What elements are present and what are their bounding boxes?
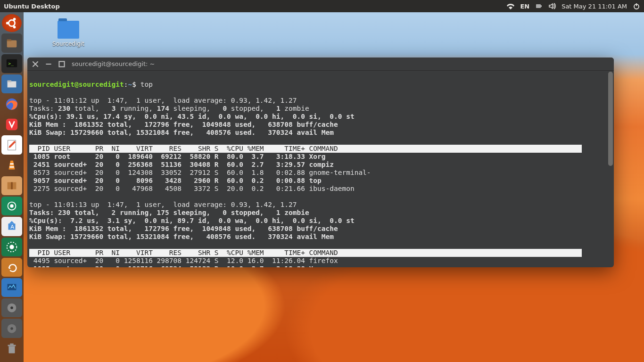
- svg-point-29: [10, 307, 13, 310]
- svg-point-4: [8, 20, 15, 26]
- svg-text:>_: >_: [8, 61, 14, 66]
- top-tasks-2: Tasks: 230 total, 2 running, 175 sleepin…: [29, 209, 309, 216]
- svg-rect-0: [536, 4, 541, 8]
- svg-point-22: [10, 205, 14, 208]
- input-language-indicator[interactable]: EN: [520, 3, 529, 10]
- terminal-title: sourcedigit@sourcedigit: ~: [72, 60, 155, 67]
- power-icon[interactable]: [633, 2, 640, 10]
- table-row: 1085 root 20 0 189716 69524 59132 R 10.0…: [29, 265, 326, 267]
- table-row: 1085 root 20 0 189640 69212 58820 R 80.0…: [29, 153, 326, 160]
- svg-rect-18: [9, 166, 14, 168]
- table-row: 2451 sourced+ 20 0 256368 51136 30408 R …: [29, 161, 334, 168]
- prompt-userhost: sourcedigit@sourcedigit: [29, 81, 124, 88]
- software-center-icon[interactable]: A: [1, 217, 22, 236]
- updates-icon[interactable]: [1, 258, 22, 277]
- terminal-launcher-icon[interactable]: >_: [1, 54, 22, 73]
- svg-text:A: A: [10, 224, 14, 230]
- svg-rect-8: [7, 40, 17, 47]
- vlc-icon[interactable]: [1, 156, 22, 175]
- ubuntu-dash-icon[interactable]: [2, 14, 22, 32]
- archive-icon[interactable]: [1, 176, 22, 195]
- top-cpu-2: %Cpu(s): 7.2 us, 3.1 sy, 0.0 ni, 89.7 id…: [29, 217, 355, 224]
- svg-point-25: [9, 245, 14, 249]
- svg-rect-33: [8, 345, 16, 346]
- tasks-zombie-1: 1: [276, 105, 281, 112]
- top-columns-header-2: PID USER PR NI VIRT RES SHR S %CPU %MEM …: [29, 249, 582, 257]
- svg-point-5: [6, 22, 9, 25]
- prompt-colon: :: [124, 81, 128, 88]
- terminal-window: sourcedigit@sourcedigit: ~ sourcedigit@s…: [27, 58, 614, 267]
- tasks-sleeping-1: 174: [157, 105, 169, 112]
- nautilus-icon[interactable]: [1, 74, 22, 93]
- launcher-dock: >_ A: [0, 12, 24, 362]
- volume-icon[interactable]: [548, 2, 556, 10]
- top-process-rows-2: 4495 sourced+ 20 0 1258116 298708 124724…: [29, 257, 371, 267]
- svg-rect-1: [541, 5, 542, 7]
- table-row: 2275 sourced+ 20 0 47968 4508 3372 S 20.…: [29, 185, 355, 192]
- svg-point-7: [13, 26, 16, 29]
- prompt-command: top: [140, 81, 153, 88]
- firefox-icon[interactable]: [1, 95, 22, 114]
- table-row: 4495 sourced+ 20 0 1258116 298708 124724…: [29, 257, 338, 264]
- top-process-rows-1: 1085 root 20 0 189640 69212 58820 R 80.0…: [29, 153, 371, 192]
- svg-point-6: [13, 18, 16, 21]
- text-editor-icon[interactable]: [1, 135, 22, 154]
- prompt-dollar: $: [132, 81, 136, 88]
- table-row: 9057 sourced+ 20 0 8096 3428 2960 R 60.0…: [29, 177, 322, 184]
- trash-icon[interactable]: [1, 339, 22, 358]
- svg-rect-17: [10, 163, 14, 165]
- top-tasks-prefix: Tasks:: [29, 105, 58, 112]
- terminal-body[interactable]: sourcedigit@sourcedigit:~$ top top - 11:…: [27, 71, 614, 267]
- tasks-total-1: 230: [58, 105, 70, 112]
- system-monitor-icon[interactable]: [1, 278, 22, 297]
- svg-rect-32: [8, 346, 15, 353]
- screenshot-icon[interactable]: [1, 197, 22, 215]
- svg-rect-13: [8, 80, 11, 82]
- battery-icon[interactable]: [535, 2, 543, 10]
- top-swap-2: KiB Swap: 15729660 total, 15321084 free,…: [29, 233, 334, 240]
- top-mem-1: KiB Mem : 1861352 total, 172796 free, 10…: [29, 121, 338, 128]
- top-cpu-1: %Cpu(s): 39.1 us, 17.4 sy, 0.0 ni, 43.5 …: [29, 113, 355, 120]
- tasks-stopped-1: 0: [223, 105, 227, 112]
- close-icon[interactable]: [32, 61, 39, 67]
- svg-rect-20: [11, 182, 13, 189]
- table-row: 8573 sourced+ 20 0 124308 33052 27912 S …: [29, 169, 371, 176]
- settings-icon[interactable]: [1, 238, 22, 256]
- top-columns-header-1: PID USER PR NI VIRT RES SHR S %CPU %MEM …: [29, 145, 582, 153]
- svg-rect-38: [59, 61, 64, 66]
- top-mem-2: KiB Mem : 1861352 total, 172796 free, 10…: [29, 225, 338, 232]
- files-icon[interactable]: [1, 33, 22, 52]
- maximize-icon[interactable]: [58, 61, 65, 67]
- network-icon[interactable]: [507, 2, 514, 10]
- vivaldi-icon[interactable]: [1, 115, 22, 134]
- svg-rect-9: [7, 39, 11, 41]
- terminal-scrollbar[interactable]: [608, 72, 613, 166]
- minimize-icon[interactable]: [45, 61, 52, 67]
- svg-rect-12: [8, 81, 17, 87]
- top-uptime-1: top - 11:01:12 up 1:47, 1 user, load ave…: [29, 97, 297, 104]
- help-icon[interactable]: [1, 319, 22, 337]
- desktop-folder-sourcedigit[interactable]: Sourcedigit: [47, 21, 90, 47]
- svg-rect-34: [10, 344, 14, 345]
- prompt-path: ~: [128, 81, 132, 88]
- clock-datetime[interactable]: Sat May 21 11:01 AM: [561, 3, 627, 10]
- top-swap-1: KiB Swap: 15729660 total, 15321084 free,…: [29, 129, 334, 136]
- terminal-titlebar[interactable]: sourcedigit@sourcedigit: ~: [27, 58, 614, 71]
- desktop-folder-label: Sourcedigit: [47, 41, 90, 47]
- folder-icon: [58, 21, 79, 39]
- active-window-title: Ubuntu Desktop: [4, 3, 60, 10]
- svg-point-31: [10, 327, 13, 330]
- top-uptime-2: top - 11:01:13 up 1:47, 1 user, load ave…: [29, 201, 297, 208]
- disks-icon[interactable]: [1, 298, 22, 317]
- top-menu-bar: Ubuntu Desktop EN Sat May 21 11:01 AM: [0, 0, 644, 12]
